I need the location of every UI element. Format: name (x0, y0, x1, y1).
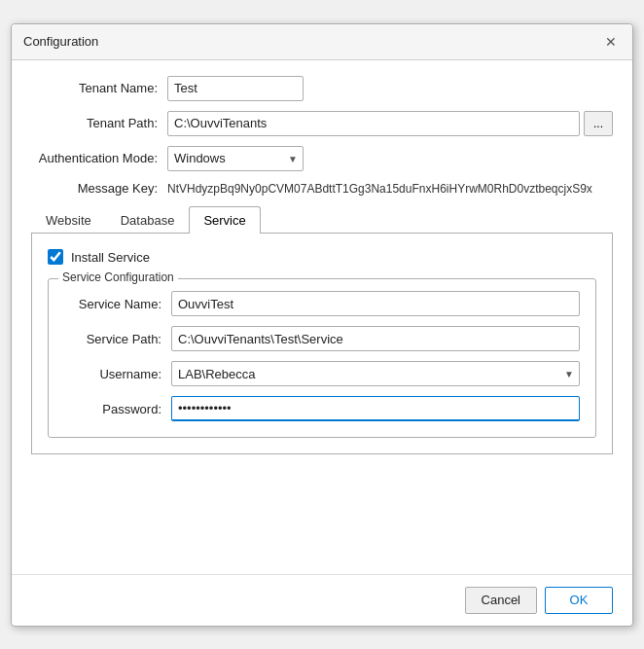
auth-mode-select-wrap: Windows SQL Server ▼ (167, 146, 304, 171)
dialog-body: Tenant Name: Tenant Path: ... Authentica… (12, 60, 632, 574)
dialog-title: Configuration (23, 34, 98, 49)
browse-button[interactable]: ... (584, 111, 613, 136)
tenant-name-input[interactable] (167, 76, 304, 101)
auth-mode-row: Authentication Mode: Windows SQL Server … (31, 146, 613, 171)
username-select[interactable]: LAB\Rebecca LocalSystem (171, 361, 580, 386)
service-path-label: Service Path: (64, 332, 171, 346)
tab-website[interactable]: Website (31, 206, 106, 234)
group-box-legend: Service Configuration (58, 270, 178, 284)
title-bar: Configuration ✕ (12, 24, 632, 60)
ok-button[interactable]: OK (545, 587, 613, 614)
password-input[interactable] (171, 396, 580, 421)
service-name-row: Service Name: (64, 291, 580, 316)
dialog-footer: Cancel OK (12, 574, 632, 626)
tabs-bar: Website Database Service (31, 206, 613, 234)
install-service-row: Install Service (48, 249, 596, 265)
message-key-value: NtVHdyzpBq9Ny0pCVM07ABdttT1Gg3Na15duFnxH… (167, 181, 613, 198)
password-label: Password: (64, 402, 171, 416)
tenant-name-label: Tenant Name: (31, 81, 167, 95)
configuration-dialog: Configuration ✕ Tenant Name: Tenant Path… (11, 23, 633, 627)
password-row: Password: (64, 396, 580, 421)
service-path-row: Service Path: (64, 326, 580, 351)
service-path-input[interactable] (171, 326, 580, 351)
message-key-row: Message Key: NtVHdyzpBq9Ny0pCVM07ABdttT1… (31, 181, 613, 198)
username-label: Username: (64, 367, 171, 381)
service-tab-content: Install Service Service Configuration Se… (31, 234, 613, 454)
message-key-label: Message Key: (31, 181, 167, 196)
tenant-path-input-group: ... (167, 111, 613, 136)
install-service-checkbox[interactable] (48, 249, 63, 265)
tenant-path-input[interactable] (167, 111, 580, 136)
tab-database[interactable]: Database (106, 206, 190, 234)
service-name-input[interactable] (171, 291, 580, 316)
service-name-label: Service Name: (64, 297, 171, 311)
service-configuration-group: Service Configuration Service Name: Serv… (48, 278, 596, 438)
username-row: Username: LAB\Rebecca LocalSystem ▼ (64, 361, 580, 386)
username-select-wrap: LAB\Rebecca LocalSystem ▼ (171, 361, 580, 386)
cancel-button[interactable]: Cancel (465, 587, 537, 614)
install-service-label[interactable]: Install Service (71, 250, 150, 265)
tenant-path-row: Tenant Path: ... (31, 111, 613, 136)
auth-mode-label: Authentication Mode: (31, 151, 167, 165)
tab-service[interactable]: Service (189, 206, 260, 234)
close-button[interactable]: ✕ (601, 32, 621, 52)
auth-mode-select[interactable]: Windows SQL Server (167, 146, 304, 171)
tenant-name-row: Tenant Name: (31, 76, 613, 101)
tenant-path-label: Tenant Path: (31, 116, 167, 130)
